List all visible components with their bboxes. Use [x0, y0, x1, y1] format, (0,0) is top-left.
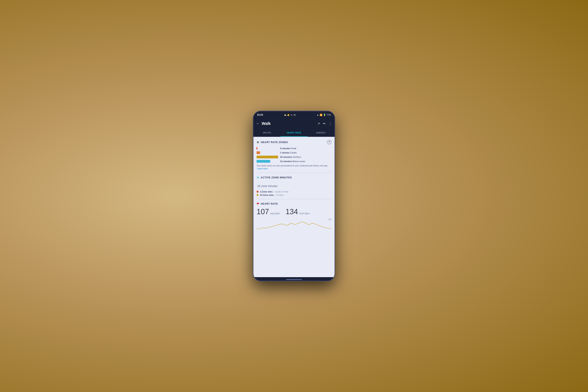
avg-bpm-group: 107 avg bpm — [256, 208, 280, 216]
zone-bar-peak — [256, 147, 257, 150]
home-indicator[interactable] — [286, 279, 302, 280]
zones-icon: ≋ — [256, 140, 259, 144]
bottom-bar — [254, 277, 334, 281]
heart-rate-chart-svg — [256, 218, 332, 230]
fatburn-label: Fat Burn — [276, 194, 284, 196]
zone-mins-fatburn: 24 Zone mins Fat Burn — [256, 194, 332, 196]
zone-label-cardio: 1 minute Cardio — [280, 152, 296, 154]
zones-note: Your heart zones are now personalized to… — [256, 164, 332, 170]
fatburn-dot — [256, 194, 258, 196]
phone-in-hand: 15:24 ⛅ 🔔 🔌 📷 ▲ 📶 🔋 77% ← Walk — [253, 111, 335, 281]
zone-bar-fatburn — [256, 156, 278, 158]
zone-minutes-total: 26zone minutes — [256, 181, 332, 188]
battery-icon: 🔋 — [323, 114, 326, 116]
azm-title: ACTIVE ZONE MINUTES — [261, 176, 292, 179]
edit-button[interactable]: ✏ — [323, 122, 326, 126]
page-title: Walk — [262, 121, 315, 126]
usb-icon: 🔌 — [290, 114, 293, 116]
phone-screen: 15:24 ⛅ 🔔 🔌 📷 ▲ 📶 🔋 77% ← Walk — [253, 111, 335, 281]
zone-bar-below-container — [256, 160, 278, 163]
heart-rate-zones-header: ≋ HEART RATE ZONES ? — [256, 140, 332, 144]
signal-icon: 📶 — [320, 114, 322, 116]
zone-bar-cardio — [256, 151, 260, 154]
status-right: ▲ 📶 🔋 77% — [317, 114, 331, 116]
cardio-peak-label: Cardio & Peak — [274, 190, 288, 193]
zone-label-fatburn: 24 minutes Fat Burn — [280, 156, 301, 158]
header-actions: ↗ ✏ ⋮ — [317, 122, 332, 126]
notification-icon: 🔔 — [287, 114, 290, 116]
hr-title: HEART RATE — [261, 202, 278, 205]
battery-level: 77% — [327, 114, 331, 116]
wifi-icon: ▲ — [317, 114, 319, 116]
zone-label-below: 12 minutes Below zones — [280, 160, 305, 162]
hr-title-row: ❤ HEART RATE — [256, 202, 332, 206]
divider-2 — [256, 199, 332, 199]
status-bar: 15:24 ⛅ 🔔 🔌 📷 ▲ 📶 🔋 77% — [254, 111, 334, 118]
main-content: ≋ HEART RATE ZONES ? 0 minutes Peak — [254, 137, 334, 277]
weather-icon: ⛅ — [284, 114, 286, 116]
avg-bpm-label: avg bpm — [270, 212, 280, 215]
learn-more-link[interactable]: Learn more — [257, 168, 268, 170]
tab-splits[interactable]: SPLITS — [254, 128, 280, 136]
azm-icon: ≋ — [256, 176, 259, 179]
more-options-button[interactable]: ⋮ — [329, 122, 332, 126]
active-zone-minutes-section: ≋ ACTIVE ZONE MINUTES 26zone minutes 2 Z… — [256, 176, 332, 196]
cardio-peak-value: 2 Zone mins — [260, 190, 273, 193]
zone-bar-peak-container — [256, 147, 278, 150]
share-button[interactable]: ↗ — [317, 122, 320, 126]
section-title-row: ≋ HEART RATE ZONES — [256, 140, 288, 144]
zone-row-peak: 0 minutes Peak — [256, 147, 332, 150]
status-time: 15:24 — [257, 114, 263, 116]
heart-rate-section: ❤ HEART RATE 107 avg bpm 134 max bpm — [256, 202, 332, 232]
heart-icon: ❤ — [256, 202, 259, 206]
zone-row-below: 12 minutes Below zones — [256, 160, 332, 163]
zone-bar-fatburn-container — [256, 156, 278, 158]
heart-rate-chart: 150 — [256, 218, 332, 232]
max-bpm-group: 134 max bpm — [286, 208, 310, 216]
chart-marker-150: 150 — [328, 218, 332, 220]
back-button[interactable]: ← — [256, 122, 260, 126]
tab-energy[interactable]: ENERGY — [308, 128, 334, 136]
zone-bar-cardio-container — [256, 151, 278, 154]
phone-device: 15:24 ⛅ 🔔 🔌 📷 ▲ 📶 🔋 77% ← Walk — [253, 111, 335, 281]
zone-bar-below — [256, 160, 270, 163]
help-button[interactable]: ? — [327, 140, 332, 144]
max-bpm-value: 134 — [286, 208, 298, 216]
cardio-peak-dot — [256, 191, 258, 193]
zones-title: HEART RATE ZONES — [261, 141, 288, 144]
tabs-bar: SPLITS HEART RATE ENERGY — [254, 128, 334, 137]
fatburn-value: 24 Zone mins — [260, 194, 274, 196]
zone-mins-cardio-peak: 2 Zone mins Cardio & Peak — [256, 190, 332, 193]
status-icons: ⛅ 🔔 🔌 📷 — [284, 114, 296, 116]
azm-title-row: ≋ ACTIVE ZONE MINUTES — [256, 176, 332, 179]
instagram-icon: 📷 — [294, 114, 296, 116]
zone-row-cardio: 1 minute Cardio — [256, 151, 332, 154]
bpm-row: 107 avg bpm 134 max bpm — [256, 208, 332, 216]
max-bpm-label: max bpm — [299, 212, 310, 215]
avg-bpm-value: 107 — [256, 208, 269, 216]
app-header: ← Walk ↗ ✏ ⋮ — [254, 118, 334, 128]
zone-label-peak: 0 minutes Peak — [280, 147, 296, 150]
tab-heart-rate[interactable]: HEART RATE — [280, 128, 308, 136]
zone-row-fatburn: 24 minutes Fat Burn — [256, 156, 332, 158]
